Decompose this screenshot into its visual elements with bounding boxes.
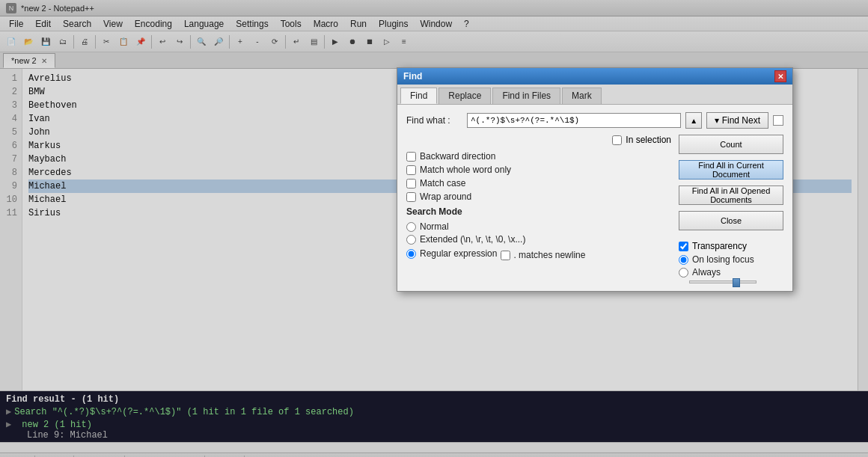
matches-newline-checkbox[interactable] — [501, 251, 510, 260]
dialog-tab-find-in-files[interactable]: Find in Files — [492, 88, 560, 104]
in-selection-label: In selection — [626, 135, 671, 145]
extended-radio[interactable] — [406, 235, 416, 245]
wrap-around-checkbox[interactable] — [406, 192, 416, 202]
match-word-row: Match whole word only — [406, 165, 671, 175]
dialog-close-icon: ✕ — [777, 73, 783, 81]
on-losing-focus-radio[interactable] — [679, 255, 688, 265]
count-label: Count — [720, 140, 742, 149]
find-prev-button[interactable]: ▲ — [685, 112, 702, 129]
match-case-row: Match case — [406, 178, 671, 188]
find-next-label: ▾ Find Next — [715, 115, 760, 126]
in-selection-checkbox[interactable] — [612, 135, 622, 145]
dialog-body: Find what : ▲ ▾ Find Next In — [397, 105, 792, 291]
search-mode-label: Search Mode — [406, 206, 671, 217]
find-all-current-label: Find All in Current Document — [679, 161, 783, 179]
find-what-row: Find what : ▲ ▾ Find Next — [406, 112, 783, 129]
find-next-button[interactable]: ▾ Find Next — [706, 112, 768, 129]
match-case-checkbox[interactable] — [406, 179, 416, 188]
find-what-input[interactable] — [467, 113, 681, 128]
on-losing-focus-label: On losing focus — [692, 254, 754, 265]
regex-radio-row: Regular expression . matches newline — [406, 247, 671, 260]
find-what-label: Find what : — [406, 115, 462, 126]
transparency-label-text: Transparency — [692, 241, 747, 251]
find-all-current-button[interactable]: Find All in Current Document — [679, 160, 783, 180]
extended-radio-row: Extended (\n, \r, \t, \0, \x...) — [406, 234, 671, 245]
dialog-tab-mark[interactable]: Mark — [562, 88, 602, 104]
extended-label: Extended (\n, \r, \t, \0, \x...) — [420, 234, 525, 245]
on-losing-focus-row: On losing focus — [679, 254, 783, 265]
matches-newline-label: . matches newline — [513, 250, 585, 260]
transparency-slider[interactable] — [689, 280, 757, 283]
normal-radio[interactable] — [406, 222, 416, 232]
close-button[interactable]: Close — [679, 211, 783, 230]
dialog-tab-bar: Find Replace Find in Files Mark — [397, 85, 792, 105]
always-row: Always — [679, 267, 783, 277]
matches-newline-row: . matches newline — [501, 250, 585, 260]
dialog-right-panel: Count Find All in Current Document Find … — [679, 135, 783, 283]
transparency-checkbox[interactable] — [679, 242, 688, 251]
dialog-tab-find[interactable]: Find — [400, 88, 437, 104]
transparency-label-row: Transparency — [679, 241, 783, 251]
find-dialog: Find ✕ Find Replace Find in Files Mark F… — [397, 67, 793, 292]
normal-radio-row: Normal — [406, 221, 671, 232]
backward-label: Backward direction — [420, 151, 495, 162]
normal-label: Normal — [420, 221, 449, 232]
backward-direction-row: Backward direction — [406, 151, 671, 162]
always-label: Always — [692, 267, 721, 277]
regex-label: Regular expression — [420, 248, 497, 259]
transparency-section: Transparency On losing focus Always — [679, 241, 783, 283]
dialog-title-bar: Find ✕ — [397, 68, 792, 85]
backward-checkbox[interactable] — [406, 152, 416, 162]
match-word-checkbox[interactable] — [406, 165, 416, 175]
wrap-around-row: Wrap around — [406, 191, 671, 202]
always-radio[interactable] — [679, 268, 688, 277]
dialog-columns: In selection Backward direction Match wh… — [406, 135, 783, 283]
count-button[interactable]: Count — [679, 135, 783, 154]
close-label: Close — [721, 216, 742, 225]
match-word-label: Match whole word only — [420, 165, 511, 175]
transparency-thumb — [733, 278, 740, 287]
wrap-around-label: Wrap around — [420, 191, 471, 202]
modal-overlay: Find ✕ Find Replace Find in Files Mark F… — [0, 0, 868, 457]
dialog-left-panel: In selection Backward direction Match wh… — [406, 135, 679, 283]
match-case-label: Match case — [420, 178, 465, 188]
dialog-tab-replace[interactable]: Replace — [438, 88, 491, 104]
find-bookmark-checkbox[interactable] — [773, 115, 783, 126]
find-all-opened-label: Find All in All Opened Documents — [679, 186, 783, 204]
dialog-close-button[interactable]: ✕ — [774, 70, 786, 82]
regex-radio[interactable] — [406, 249, 416, 259]
dialog-title: Find — [403, 71, 422, 82]
find-all-opened-button[interactable]: Find All in All Opened Documents — [679, 185, 783, 205]
